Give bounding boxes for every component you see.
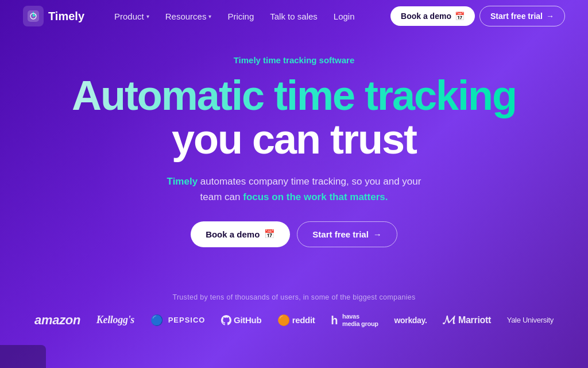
brand-name: Timely [48, 10, 84, 23]
trust-section: Trusted by tens of thousands of users, i… [0, 293, 588, 328]
nav-book-demo-button[interactable]: Book a demo 📅 [390, 6, 475, 26]
havas-media-group-logo: h havasmedia group [331, 313, 378, 328]
nav-product[interactable]: Product ▾ [107, 7, 156, 26]
github-logo: GitHub [221, 315, 261, 325]
hero-section: Timely time tracking software Automatic … [0, 32, 588, 293]
nav-start-trial-button[interactable]: Start free trial → [479, 6, 565, 26]
trust-tagline: Trusted by tens of thousands of users, i… [23, 293, 565, 301]
logo[interactable]: Timely [23, 6, 84, 26]
nav-talk-to-sales[interactable]: Talk to sales [263, 7, 324, 26]
hero-headline: Automatic time tracking you can trust [72, 74, 516, 161]
navbar: Timely Product ▾ Resources ▾ Pricing Tal… [0, 0, 588, 32]
calendar-icon: 📅 [264, 229, 275, 239]
hero-cta-buttons: Book a demo 📅 Start free trial → [191, 221, 397, 247]
arrow-right-icon: → [546, 12, 554, 21]
nav-resources[interactable]: Resources ▾ [158, 7, 219, 26]
marriott-logo: 𝓜 Marriott [443, 313, 491, 327]
yale-logo: Yale University [507, 316, 554, 324]
chevron-down-icon: ▾ [146, 13, 149, 20]
logo-icon [23, 6, 44, 26]
arrow-right-icon: → [373, 229, 382, 239]
nav-login[interactable]: Login [327, 7, 362, 26]
workday-logo: workday. [394, 316, 427, 325]
nav-actions: Book a demo 📅 Start free trial → [390, 6, 565, 26]
company-logos-row: amazon Kellogg's 🔵 PEPSICO GitHub 🟠 redd… [23, 313, 565, 328]
kelloggs-logo: Kellogg's [96, 314, 134, 326]
hero-eyebrow: Timely time tracking software [234, 55, 355, 65]
nav-pricing[interactable]: Pricing [220, 7, 261, 26]
calendar-icon: 📅 [455, 12, 465, 21]
amazon-logo: amazon [34, 313, 80, 328]
bottom-widget [0, 345, 46, 368]
reddit-logo: 🟠 reddit [277, 314, 315, 327]
hero-book-demo-button[interactable]: Book a demo 📅 [191, 221, 290, 247]
chevron-down-icon: ▾ [208, 13, 211, 20]
hero-subtext: Timely automates company time tracking, … [156, 174, 432, 205]
pepsico-logo: 🔵 PEPSICO [150, 314, 206, 327]
hero-start-trial-button[interactable]: Start free trial → [297, 221, 397, 247]
nav-links: Product ▾ Resources ▾ Pricing Talk to sa… [107, 7, 390, 26]
